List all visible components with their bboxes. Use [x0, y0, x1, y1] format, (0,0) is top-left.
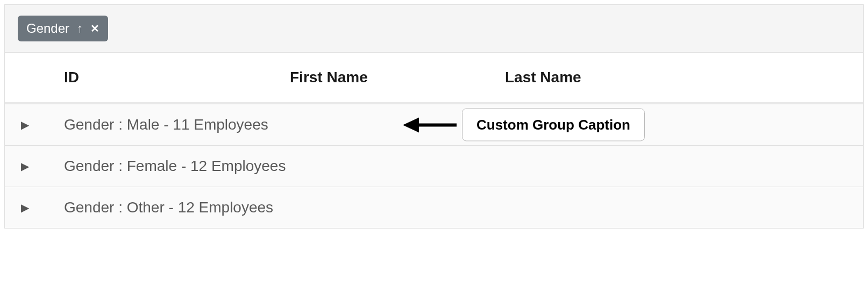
- chevron-right-icon: ▶: [21, 118, 29, 131]
- column-header-id[interactable]: ID: [64, 69, 290, 86]
- data-grid: Gender ↑ ✕ ID First Name Last Name ▶ Gen…: [4, 4, 864, 229]
- arrow-left-icon: [403, 117, 419, 132]
- expand-toggle[interactable]: ▶: [5, 160, 64, 173]
- annotation-line: [419, 123, 457, 126]
- group-row-female[interactable]: ▶ Gender : Female - 12 Employees: [5, 146, 863, 187]
- chevron-right-icon: ▶: [21, 201, 29, 214]
- close-icon[interactable]: ✕: [90, 22, 99, 35]
- expand-toggle[interactable]: ▶: [5, 201, 64, 214]
- group-panel[interactable]: Gender ↑ ✕: [5, 5, 863, 53]
- column-header-last-name[interactable]: Last Name: [505, 69, 863, 86]
- group-row-male[interactable]: ▶ Gender : Male - 11 Employees Custom Gr…: [5, 104, 863, 146]
- column-header-row: ID First Name Last Name: [5, 53, 863, 104]
- expand-toggle[interactable]: ▶: [5, 118, 64, 131]
- group-chip-gender[interactable]: Gender ↑ ✕: [18, 16, 108, 41]
- group-chip-label: Gender: [26, 21, 69, 36]
- group-caption: Gender : Female - 12 Employees: [64, 158, 286, 175]
- annotation-callout: Custom Group Caption: [403, 109, 645, 141]
- expand-column-header: [5, 69, 64, 86]
- arrow-up-icon[interactable]: ↑: [77, 22, 83, 35]
- annotation-label: Custom Group Caption: [462, 109, 645, 141]
- group-caption: Gender : Male - 11 Employees: [64, 116, 268, 133]
- column-header-first-name[interactable]: First Name: [290, 69, 505, 86]
- group-row-other[interactable]: ▶ Gender : Other - 12 Employees: [5, 187, 863, 228]
- chevron-right-icon: ▶: [21, 160, 29, 173]
- group-caption: Gender : Other - 12 Employees: [64, 199, 273, 216]
